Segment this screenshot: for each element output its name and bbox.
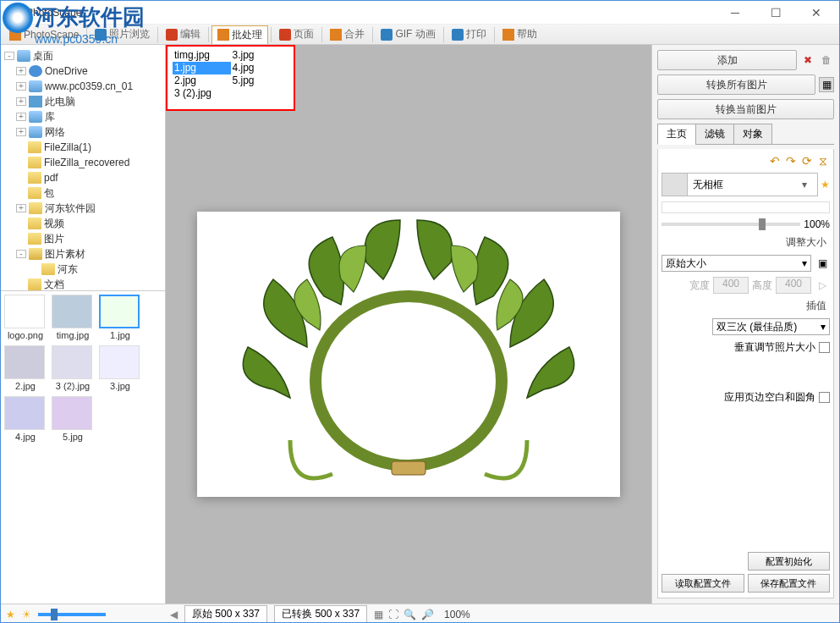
preview-image bbox=[197, 212, 620, 497]
delete-icon[interactable]: ✖ bbox=[800, 52, 815, 68]
frame-select[interactable]: 无相框 ▾ bbox=[662, 173, 818, 196]
minimize-button[interactable]: ─ bbox=[722, 4, 748, 21]
tree-item[interactable]: +河东软件园 bbox=[3, 201, 163, 216]
slider-value: 100% bbox=[804, 218, 830, 230]
thumbnail[interactable]: 3.jpg bbox=[99, 345, 141, 391]
file-list-item[interactable]: 5.jpg bbox=[231, 74, 289, 87]
interp-select[interactable]: 双三次 (最佳品质)▾ bbox=[712, 318, 830, 335]
zoom-in-icon[interactable]: 🔍 bbox=[404, 609, 416, 620]
thumbnail[interactable]: 2.jpg bbox=[4, 345, 47, 391]
tab-filter[interactable]: 滤镜 bbox=[695, 124, 734, 145]
flip-icon[interactable]: ⧖ bbox=[816, 154, 830, 168]
tab-gif[interactable]: GIF 动画 bbox=[376, 25, 440, 44]
margin-checkbox[interactable] bbox=[819, 392, 830, 403]
fit-icon[interactable]: ⛶ bbox=[388, 609, 398, 620]
convert-all-button[interactable]: 转换所有图片 bbox=[657, 74, 815, 95]
tab-print[interactable]: 打印 bbox=[447, 25, 491, 44]
tab-photoscape[interactable]: PhotoScape bbox=[4, 25, 84, 44]
tree-item[interactable]: 视频 bbox=[3, 216, 163, 231]
lib-icon bbox=[29, 111, 42, 123]
expand-icon[interactable]: + bbox=[16, 113, 26, 121]
file-list-item[interactable]: 3.jpg bbox=[231, 49, 289, 62]
file-list-item[interactable]: 2.jpg bbox=[173, 74, 231, 87]
expand-icon[interactable]: + bbox=[16, 67, 26, 75]
grid-icon[interactable]: ▦ bbox=[374, 609, 383, 620]
tab-edit[interactable]: 编辑 bbox=[161, 25, 206, 44]
thumbnail-grid[interactable]: logo.pngtimg.jpg1.jpg2.jpg3 (2).jpg3.jpg… bbox=[1, 290, 165, 604]
trash-icon[interactable]: 🗑 bbox=[819, 52, 834, 68]
right-panel: 添加 ✖ 🗑 转换所有图片 ▦ 转换当前图片 主页 滤镜 对象 ↶ ↷ ⟳ ⧖ bbox=[651, 45, 839, 604]
tree-item[interactable]: +www.pc0359.cn_01 bbox=[3, 79, 163, 94]
batch-file-list[interactable]: timg.jpg1.jpg2.jpg3 (2).jpg 3.jpg4.jpg5.… bbox=[166, 45, 295, 111]
maximize-button[interactable]: ☐ bbox=[763, 4, 788, 21]
tree-item[interactable]: +OneDrive bbox=[3, 63, 163, 79]
tab-home[interactable]: 主页 bbox=[657, 124, 696, 145]
config-load-button[interactable]: 读取配置文件 bbox=[662, 574, 744, 593]
tree-item[interactable]: -图片素材 bbox=[3, 246, 163, 262]
zoom-percent: 100% bbox=[441, 609, 474, 620]
apply-size-icon[interactable]: ▷ bbox=[815, 278, 830, 293]
tab-object[interactable]: 对象 bbox=[733, 124, 772, 145]
tree-item[interactable]: +库 bbox=[3, 109, 163, 124]
thumbnail[interactable]: timg.jpg bbox=[52, 295, 94, 340]
config-save-button[interactable]: 保存配置文件 bbox=[748, 574, 831, 593]
file-list-item[interactable]: 4.jpg bbox=[231, 62, 289, 74]
left-zoom-slider[interactable] bbox=[38, 613, 106, 616]
vertical-adjust-checkbox[interactable] bbox=[819, 342, 830, 353]
thumbnail[interactable]: 4.jpg bbox=[4, 396, 47, 442]
tree-root[interactable]: - 桌面 bbox=[3, 48, 163, 63]
tab-batch[interactable]: 批处理 bbox=[211, 25, 268, 44]
tree-item[interactable]: +网络 bbox=[3, 124, 163, 140]
collapse-icon[interactable]: - bbox=[16, 250, 26, 258]
redo-icon[interactable]: ↷ bbox=[784, 154, 798, 168]
undo-icon[interactable]: ↶ bbox=[768, 154, 782, 168]
close-button[interactable]: ✕ bbox=[804, 4, 829, 21]
expand-icon[interactable]: + bbox=[16, 128, 26, 136]
thumbnail[interactable]: 1.jpg bbox=[99, 295, 141, 340]
file-list-item[interactable]: 1.jpg bbox=[173, 62, 231, 74]
thumbnail[interactable]: 5.jpg bbox=[52, 396, 94, 442]
tree-item[interactable]: 文档 bbox=[3, 277, 163, 290]
tab-browse[interactable]: 照片浏览 bbox=[90, 25, 155, 44]
tree-item[interactable]: +此电脑 bbox=[3, 94, 163, 109]
tab-merge[interactable]: 合并 bbox=[325, 25, 370, 44]
config-init-button[interactable]: 配置初始化 bbox=[748, 552, 831, 571]
rotate-icon[interactable]: ⟳ bbox=[800, 154, 814, 168]
tree-item[interactable]: FileZilla(1) bbox=[3, 140, 163, 155]
desktop-icon bbox=[17, 50, 30, 62]
add-button[interactable]: 添加 bbox=[657, 50, 797, 70]
opacity-slider[interactable] bbox=[662, 223, 800, 226]
tree-label: 网络 bbox=[45, 125, 65, 140]
file-list-item[interactable]: 3 (2).jpg bbox=[173, 87, 231, 100]
tab-help[interactable]: 帮助 bbox=[497, 25, 542, 44]
tab-page[interactable]: 页面 bbox=[274, 25, 319, 44]
recent-icon[interactable]: ☀ bbox=[22, 609, 31, 620]
folder-tree[interactable]: - 桌面 +OneDrive+www.pc0359.cn_01+此电脑+库+网络… bbox=[1, 45, 165, 290]
star-icon[interactable]: ★ bbox=[821, 179, 830, 190]
tree-item[interactable]: 图片 bbox=[3, 231, 163, 246]
expand-icon[interactable]: + bbox=[16, 204, 26, 212]
convert-current-button[interactable]: 转换当前图片 bbox=[657, 99, 834, 119]
expand-icon[interactable]: + bbox=[16, 82, 26, 91]
folder-open-icon bbox=[29, 248, 42, 260]
zoom-out-icon[interactable]: 🔎 bbox=[421, 609, 434, 620]
tree-item[interactable]: FileZilla_recovered bbox=[3, 155, 163, 170]
settings-icon[interactable]: ▦ bbox=[819, 77, 834, 92]
tree-label: 包 bbox=[44, 186, 54, 201]
right-tabs: 主页 滤镜 对象 bbox=[657, 124, 834, 145]
collapse-icon[interactable]: - bbox=[4, 52, 14, 60]
tree-item[interactable]: 河东 bbox=[3, 262, 163, 277]
prev-icon[interactable]: ◀ bbox=[170, 609, 178, 620]
tree-item[interactable]: pdf bbox=[3, 170, 163, 185]
thumbnail[interactable]: 3 (2).jpg bbox=[52, 345, 94, 391]
lock-aspect-icon[interactable]: ▣ bbox=[815, 256, 830, 271]
thumbnail[interactable]: logo.png bbox=[4, 295, 47, 340]
expand-icon[interactable]: + bbox=[16, 97, 26, 106]
thumb-image bbox=[52, 295, 92, 328]
file-list-item[interactable]: timg.jpg bbox=[173, 49, 231, 62]
main-toolbar: PhotoScape 照片浏览 编辑 批处理 页面 合并 GIF 动画 打印 帮… bbox=[1, 25, 839, 45]
resize-mode-select[interactable]: 原始大小▾ bbox=[662, 255, 811, 272]
tree-item[interactable]: 包 bbox=[3, 185, 163, 201]
width-input: 400 bbox=[713, 277, 749, 294]
star-icon[interactable]: ★ bbox=[6, 609, 15, 620]
